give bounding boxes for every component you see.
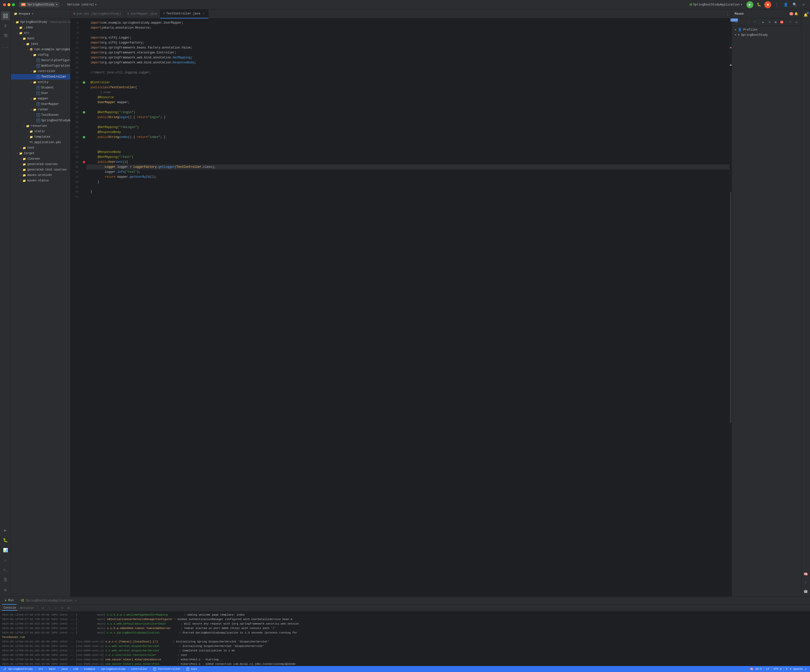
notifications-icon-btn[interactable]: 🔔: [802, 12, 809, 19]
run-console-icon[interactable]: ▶: [1, 526, 10, 535]
close-button[interactable]: [3, 3, 6, 6]
profile-button[interactable]: 👤: [782, 1, 789, 8]
gutter-29[interactable]: [81, 135, 86, 140]
user-file[interactable]: ▸ C User: [11, 91, 70, 96]
main-folder[interactable]: ▾ 📁 main: [11, 36, 70, 41]
indent-label[interactable]: 4 spaces: [790, 667, 803, 670]
app-selector[interactable]: 🌿 SpringBootStudyApplication ▾: [687, 2, 744, 7]
stop-button[interactable]: ■: [764, 1, 771, 8]
run-gutter-18[interactable]: [83, 81, 85, 84]
maven-settings-btn[interactable]: ⚙: [794, 19, 799, 25]
intellij-icon-btn[interactable]: 🧠: [802, 571, 809, 577]
problems-icon[interactable]: ⚠: [1, 555, 10, 565]
encoding[interactable]: UTF-8: [773, 667, 782, 670]
target-folder[interactable]: ▾ 📁 target: [11, 150, 70, 156]
plugins-icon[interactable]: ⚙: [1, 586, 10, 594]
copilot-icon-btn[interactable]: ⚡: [802, 579, 809, 586]
debug-console-icon[interactable]: 🐛: [1, 536, 10, 545]
static-folder[interactable]: ▸ 📁 static: [11, 129, 70, 134]
classes-folder[interactable]: ▸ 📁 classes: [11, 156, 70, 162]
version-control-selector[interactable]: Version control ▾: [65, 2, 99, 7]
maven-list-btn[interactable]: ≡: [788, 19, 793, 25]
run-gutter-29[interactable]: [83, 136, 85, 138]
app-tab-close[interactable]: ✕: [74, 599, 77, 603]
console-sub-tab[interactable]: Console: [2, 606, 17, 611]
gutter-18[interactable]: [81, 80, 86, 85]
tree-root[interactable]: ▾ 📁 SpringBootStudy ~/Desktop/CS/JavaE..…: [11, 19, 70, 25]
actuator-sub-tab[interactable]: Actuator: [19, 606, 36, 610]
profiler-icon[interactable]: 📊: [1, 546, 10, 555]
scroll-bar[interactable]: [729, 19, 731, 596]
debug-button[interactable]: 🐛: [755, 1, 762, 8]
pom-tab[interactable]: m pom.xml (SpringBootStudy): [71, 9, 125, 19]
maven-upload-btn[interactable]: ↑: [746, 19, 751, 25]
maven-status-folder[interactable]: ▸ 📁 maven-status: [11, 178, 70, 183]
test-controller-tab-close[interactable]: ✕: [202, 12, 205, 15]
console-content[interactable]: 2024-06-12T09:57:50.670-05:00 INFO 16442…: [0, 611, 810, 666]
app-tab[interactable]: 🌿 SpringBootStudyApplication ✕: [18, 597, 80, 604]
commit-icon[interactable]: [1, 21, 10, 30]
security-config-file[interactable]: ▸ C SecurityConfigurat...: [11, 57, 70, 63]
expand-icon[interactable]: ⤢: [805, 667, 807, 671]
test-controller-tab[interactable]: C TestController.java ✕: [160, 9, 208, 19]
ai-assistant-icon-btn[interactable]: 🤖: [802, 588, 809, 594]
maven-pause-btn[interactable]: ⏸: [767, 19, 772, 25]
tab-menu-button[interactable]: ⋮: [724, 12, 731, 17]
resources-folder[interactable]: ▾ 📁 resources: [11, 123, 70, 129]
student-file[interactable]: ▸ C Student: [11, 85, 70, 91]
user-mapper-file[interactable]: ▸ I UserMapper: [11, 101, 70, 107]
src-folder[interactable]: ▾ 📁 src: [11, 30, 70, 36]
maven-skip-btn[interactable]: ⛔: [779, 19, 785, 25]
test-controller-file[interactable]: ▸ C TestController: [11, 74, 70, 79]
line-ending[interactable]: LF: [766, 667, 769, 670]
gen-test-sources-folder[interactable]: ▸ 📁 generated-test-sources: [11, 167, 70, 172]
spring-boot-app-file[interactable]: ▸ C SpringBootStudyApplica...: [11, 118, 70, 123]
run-button[interactable]: ▶: [746, 1, 753, 8]
console-settings-btn[interactable]: ⚙: [66, 605, 71, 611]
maven-download-btn[interactable]: ↓: [740, 19, 745, 25]
maximize-button[interactable]: [12, 3, 15, 6]
console-restart-btn[interactable]: ↺: [40, 605, 46, 611]
test-folder[interactable]: ▸ 📁 test: [11, 145, 70, 150]
web-config-file[interactable]: ▸ C WebConfiguration: [11, 63, 70, 69]
project-selector[interactable]: SB SpringBootStudy ▾: [19, 2, 59, 7]
more-button[interactable]: ⋮: [773, 1, 780, 8]
file-tree[interactable]: ▾ 📁 SpringBootStudy ~/Desktop/CS/JavaE..…: [11, 19, 70, 596]
templates-folder[interactable]: ▸ 📁 templates: [11, 134, 70, 140]
structure-icon[interactable]: [1, 31, 10, 40]
run-tab[interactable]: ▶ Run: [2, 597, 17, 604]
maven-profiles-item[interactable]: ▸ 👤 Profiles: [732, 27, 801, 32]
mapper-folder[interactable]: ▾ 📁 mapper: [11, 96, 70, 101]
maven-stop-btn[interactable]: ⏹: [773, 19, 778, 25]
app-yml-file[interactable]: ▸ YML application.yml: [11, 140, 70, 145]
database-icon[interactable]: 🗄: [1, 576, 10, 584]
maven-notification-icon[interactable]: 🔔: [794, 12, 798, 16]
maven-content[interactable]: ▸ 👤 Profiles ▾ m SpringBootStudy: [732, 26, 801, 596]
test-runner-file[interactable]: ▸ C TestRunner: [11, 112, 70, 118]
console-scroll-down-btn[interactable]: ↓: [53, 605, 58, 611]
console-filter-btn[interactable]: ≡: [59, 605, 65, 611]
breakpoint-34[interactable]: [83, 161, 85, 163]
maven-project-item[interactable]: ▾ m SpringBootStudy: [732, 32, 801, 37]
maven-archiver-folder[interactable]: ▸ 📁 maven-archiver: [11, 172, 70, 178]
search-button[interactable]: 🔍: [791, 1, 798, 8]
scroll-thumb[interactable]: [730, 192, 731, 423]
console-scroll-up-btn[interactable]: ↑: [46, 605, 52, 611]
terminal-icon[interactable]: >_: [1, 566, 10, 574]
gutter-34[interactable]: [81, 160, 86, 164]
settings-button[interactable]: ⚙: [800, 1, 807, 8]
runner-folder[interactable]: ▾ 📁 runner: [11, 107, 70, 112]
cursor-position[interactable]: 39:5: [755, 667, 762, 670]
maven-run-btn[interactable]: ▶: [761, 19, 766, 25]
project-tree-icon[interactable]: [1, 12, 10, 20]
entity-folder[interactable]: ▾ 📁 entity: [11, 79, 70, 85]
java-folder[interactable]: ▾ 📁 java: [11, 41, 70, 47]
idea-folder[interactable]: ▸ 📁 .idea: [11, 25, 70, 30]
gutter-24[interactable]: [81, 110, 86, 115]
minimize-button[interactable]: [7, 3, 10, 6]
more-tools-icon[interactable]: ···: [1, 43, 10, 52]
maven-add-btn[interactable]: +: [753, 19, 758, 25]
controller-folder[interactable]: ▾ 📁 controller: [11, 69, 70, 74]
user-mapper-tab[interactable]: I UserMapper.java: [125, 9, 160, 19]
config-folder[interactable]: ▾ 📁 config: [11, 52, 70, 57]
